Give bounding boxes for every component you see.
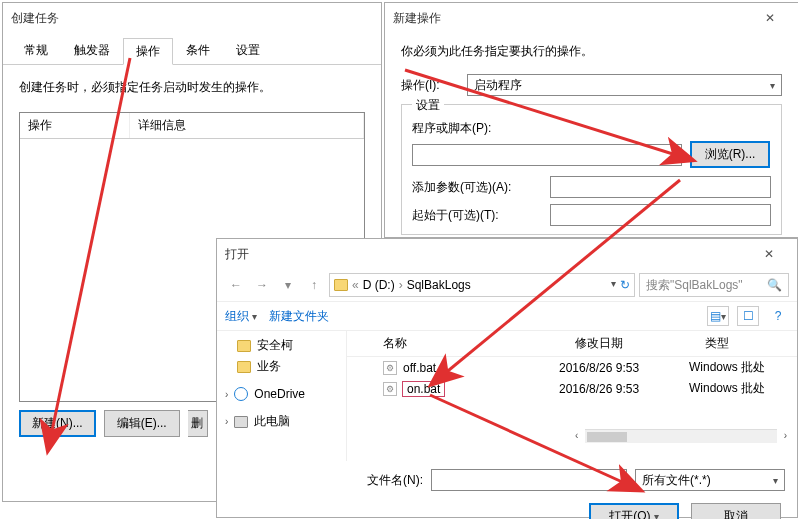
tab-triggers[interactable]: 触发器 [61, 37, 123, 64]
back-icon[interactable]: ← [225, 274, 247, 296]
pc-icon [234, 416, 248, 428]
col-action: 操作 [20, 113, 130, 138]
tab-general[interactable]: 常规 [11, 37, 61, 64]
startin-label: 起始于(可选)(T): [412, 207, 542, 224]
open-dialog-nav: ← → ▾ ↑ « D (D:) › SqlBakLogs ▾ ↻ 搜索"Sql… [217, 269, 797, 302]
search-input[interactable]: 搜索"SqlBakLogs" 🔍 [639, 273, 789, 297]
col-detail: 详细信息 [130, 113, 364, 138]
new-action-desc: 你必须为此任务指定要执行的操作。 [401, 43, 782, 60]
startin-input[interactable] [550, 204, 771, 226]
drive-crumb[interactable]: D (D:) [363, 278, 395, 292]
forward-icon[interactable]: → [251, 274, 273, 296]
chevron-left-icon: « [352, 278, 359, 292]
chevron-down-icon[interactable]: ▾ [611, 278, 616, 292]
col-name[interactable]: 名称 [375, 331, 567, 356]
horizontal-scrollbar[interactable]: ‹› [585, 429, 777, 443]
tab-actions[interactable]: 操作 [123, 38, 173, 65]
selected-file: on.bat [403, 382, 444, 396]
action-label: 操作(I): [401, 77, 461, 94]
chevron-right-icon: › [225, 389, 228, 400]
new-button[interactable]: 新建(N)... [19, 410, 96, 437]
new-folder-button[interactable]: 新建文件夹 [269, 308, 329, 325]
up-icon[interactable]: ↑ [303, 274, 325, 296]
col-type[interactable]: 类型 [697, 331, 797, 356]
tree-item-thispc[interactable]: › 此电脑 [225, 411, 338, 432]
program-input[interactable] [412, 144, 682, 166]
actions-desc: 创建任务时，必须指定任务启动时发生的操作。 [19, 79, 365, 96]
file-list[interactable]: 名称 修改日期 类型 ⚙off.bat 2016/8/26 9:53 Windo… [347, 331, 797, 461]
delete-button[interactable]: 删 [188, 410, 208, 437]
open-dialog-toolbar: 组织 ▾ 新建文件夹 ▤ ▾ ☐ ? [217, 302, 797, 331]
action-select-row: 操作(I): 启动程序 ▾ [401, 74, 782, 96]
browse-button[interactable]: 浏览(R)... [690, 141, 770, 168]
open-dialog-actions: 打开(O) ▾ 取消 [217, 499, 797, 519]
chevron-down-icon[interactable]: ▾ [277, 274, 299, 296]
close-icon[interactable]: ✕ [749, 240, 789, 268]
chevron-down-icon: ▾ [773, 475, 778, 486]
file-row[interactable]: ⚙off.bat 2016/8/26 9:53 Windows 批处 [347, 357, 797, 378]
folder-icon [237, 361, 251, 373]
open-dialog-titlebar: 打开 ✕ [217, 239, 797, 269]
args-label: 添加参数(可选)(A): [412, 179, 542, 196]
args-input[interactable] [550, 176, 771, 198]
settings-legend: 设置 [412, 97, 444, 114]
tab-conditions[interactable]: 条件 [173, 37, 223, 64]
new-action-title: 新建操作 [393, 10, 750, 27]
tree-item-onedrive[interactable]: › OneDrive [225, 385, 338, 403]
chevron-right-icon: › [225, 416, 228, 427]
new-action-titlebar: 新建操作 ✕ [385, 3, 798, 33]
chevron-right-icon: › [399, 278, 403, 292]
tree-item[interactable]: 业务 [225, 356, 338, 377]
bat-file-icon: ⚙ [383, 382, 397, 396]
folder-icon [334, 279, 348, 291]
filter-select[interactable]: 所有文件(*.*)▾ [635, 469, 785, 491]
actions-list-header: 操作 详细信息 [20, 113, 364, 139]
chevron-down-icon: ▾ [770, 80, 775, 91]
filename-input[interactable] [431, 469, 627, 491]
program-label: 程序或脚本(P): [412, 120, 771, 137]
action-select[interactable]: 启动程序 ▾ [467, 74, 782, 96]
open-dialog-body: 安全柯 业务 › OneDrive › 此电脑 名称 修改日期 类型 ⚙off.… [217, 331, 797, 461]
filename-label: 文件名(N): [367, 472, 423, 489]
create-task-tabs: 常规 触发器 操作 条件 设置 [3, 33, 381, 65]
new-action-window: 新建操作 ✕ 你必须为此任务指定要执行的操作。 操作(I): 启动程序 ▾ 设置… [384, 2, 798, 238]
folder-icon [237, 340, 251, 352]
tree-item[interactable]: 安全柯 [225, 335, 338, 356]
help-icon[interactable]: ? [767, 306, 789, 326]
close-icon[interactable]: ✕ [750, 4, 790, 32]
open-dialog-window: 打开 ✕ ← → ▾ ↑ « D (D:) › SqlBakLogs ▾ ↻ 搜… [216, 238, 798, 518]
refresh-icon[interactable]: ↻ [620, 278, 630, 292]
organize-menu[interactable]: 组织 ▾ [225, 308, 257, 325]
tab-settings[interactable]: 设置 [223, 37, 273, 64]
onedrive-icon [234, 387, 248, 401]
file-list-header: 名称 修改日期 类型 [347, 331, 797, 357]
search-placeholder: 搜索"SqlBakLogs" [646, 277, 743, 294]
col-date[interactable]: 修改日期 [567, 331, 697, 356]
folder-crumb[interactable]: SqlBakLogs [407, 278, 471, 292]
address-bar[interactable]: « D (D:) › SqlBakLogs ▾ ↻ [329, 273, 635, 297]
new-action-body: 你必须为此任务指定要执行的操作。 操作(I): 启动程序 ▾ 设置 程序或脚本(… [385, 33, 798, 235]
file-row[interactable]: ⚙on.bat 2016/8/26 9:53 Windows 批处 [347, 378, 797, 399]
bat-file-icon: ⚙ [383, 361, 397, 375]
view-icon[interactable]: ▤ ▾ [707, 306, 729, 326]
settings-fieldset: 设置 程序或脚本(P): 浏览(R)... 添加参数(可选)(A): 起始于(可… [401, 104, 782, 235]
open-dialog-title: 打开 [225, 246, 749, 263]
edit-button[interactable]: 编辑(E)... [104, 410, 180, 437]
create-task-titlebar: 创建任务 [3, 3, 381, 33]
cancel-button[interactable]: 取消 [691, 503, 781, 519]
folder-tree[interactable]: 安全柯 业务 › OneDrive › 此电脑 [217, 331, 347, 461]
create-task-title: 创建任务 [11, 10, 373, 27]
action-select-value: 启动程序 [474, 77, 522, 94]
preview-pane-icon[interactable]: ☐ [737, 306, 759, 326]
open-button[interactable]: 打开(O) ▾ [589, 503, 679, 519]
search-icon: 🔍 [767, 278, 782, 292]
filename-row: 文件名(N): 所有文件(*.*)▾ [217, 461, 797, 499]
